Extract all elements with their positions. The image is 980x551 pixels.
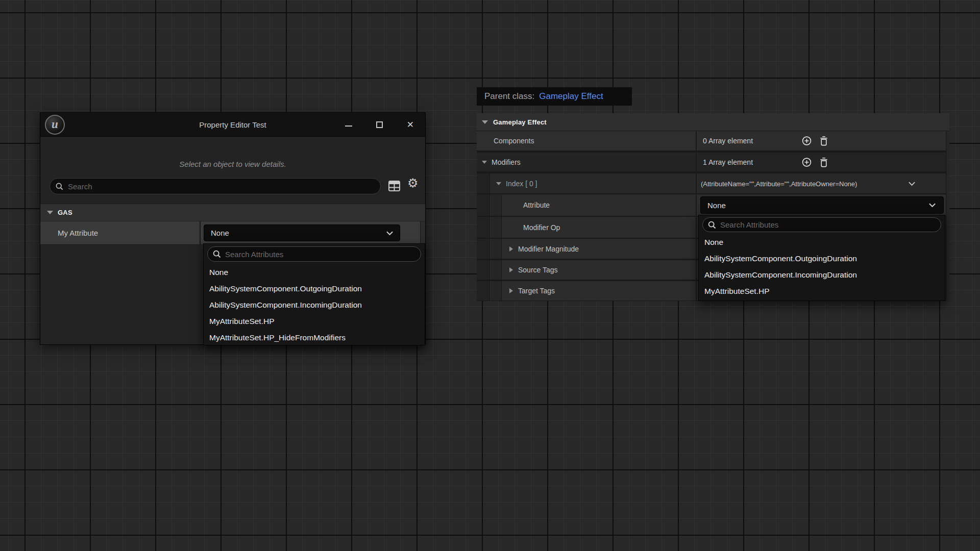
category-label: GAS <box>58 209 72 216</box>
indent-guide <box>491 281 502 300</box>
row-name: Modifier Op <box>523 223 560 232</box>
chevron-down-icon <box>386 231 394 236</box>
dropdown-item[interactable]: None <box>204 264 425 281</box>
row-modifiers: Modifiers 1 Array element <box>477 153 946 171</box>
attribute-search-input[interactable] <box>225 250 416 259</box>
indent-guide <box>477 173 490 193</box>
window-titlebar[interactable]: u Property Editor Test ✕ <box>40 113 425 137</box>
parent-class-link[interactable]: Gameplay Effect <box>539 91 603 102</box>
dropdown-item[interactable]: MyAttributeSet.HP <box>204 313 425 330</box>
row-extension-column <box>420 221 425 244</box>
parent-class-bar: Parent class: Gameplay Effect <box>477 87 632 106</box>
details-search-box[interactable] <box>50 178 381 194</box>
row-attribute: Attribute None <box>477 194 946 216</box>
chevron-down-icon <box>928 203 936 208</box>
row-name: Modifiers <box>492 158 521 166</box>
row-name: Modifier Magnitude <box>518 245 579 253</box>
attribute-picker-dropdown: None AbilitySystemComponent.OutgoingDura… <box>203 243 425 345</box>
add-element-button[interactable] <box>801 157 812 167</box>
chevron-down-icon[interactable] <box>908 181 916 186</box>
close-button[interactable]: ✕ <box>407 120 414 129</box>
dropdown-item[interactable]: AbilitySystemComponent.IncomingDuration <box>699 267 945 283</box>
array-count: 0 Array element <box>703 137 753 145</box>
delete-elements-button[interactable] <box>819 136 829 146</box>
attribute-picker-dropdown: None AbilitySystemComponent.OutgoingDura… <box>698 215 945 301</box>
dropdown-item[interactable]: AbilitySystemComponent.OutgoingDuration <box>204 281 425 297</box>
expand-arrow-icon[interactable] <box>509 288 513 293</box>
category-header-gameplay-effect[interactable]: Gameplay Effect <box>477 113 949 131</box>
settings-gear-icon[interactable]: ⚙ <box>407 177 419 189</box>
collapse-triangle-icon[interactable] <box>496 182 501 185</box>
indent-guide <box>477 194 490 216</box>
row-components: Components 0 Array element <box>477 131 946 151</box>
array-count: 1 Array element <box>703 158 753 166</box>
indent-guide <box>491 194 502 216</box>
indent-guide <box>477 260 490 280</box>
collapse-triangle-icon[interactable] <box>47 211 53 214</box>
indent-guide <box>477 239 490 259</box>
maximize-button[interactable] <box>376 121 383 128</box>
display-filter-icon[interactable] <box>388 180 401 192</box>
indent-guide <box>491 239 502 259</box>
row-name: Source Tags <box>518 266 558 274</box>
row-index-0: Index [ 0 ] (AttributeName="",Attribute=… <box>477 173 946 193</box>
indent-guide <box>477 217 490 238</box>
category-header-gas[interactable]: GAS <box>40 204 425 221</box>
attribute-search-input[interactable] <box>720 220 936 229</box>
property-name-label: My Attribute <box>58 229 98 237</box>
scrollbar-gutter[interactable] <box>946 131 949 301</box>
struct-preview: (AttributeName="",Attribute="",Attribute… <box>701 180 857 187</box>
minimize-button[interactable] <box>345 123 352 127</box>
search-input[interactable] <box>68 182 375 191</box>
blueprint-grid-canvas: u Property Editor Test ✕ Select an objec… <box>0 0 980 551</box>
delete-elements-button[interactable] <box>819 157 829 167</box>
dropdown-item[interactable]: MyAttributeSet.HP_HideFromModifiers <box>204 330 425 345</box>
indent-guide <box>491 260 502 280</box>
add-element-button[interactable] <box>801 136 812 146</box>
indent-guide <box>477 281 490 300</box>
search-icon <box>55 182 64 191</box>
row-name: Components <box>494 137 534 145</box>
collapse-triangle-icon[interactable] <box>482 161 487 164</box>
combobox-value: None <box>204 229 229 237</box>
row-name: Index [ 0 ] <box>506 180 537 188</box>
dropdown-item[interactable]: MyAttributeSet.HP <box>699 283 945 299</box>
attribute-search-box[interactable] <box>207 246 421 262</box>
property-row-my-attribute: My Attribute None <box>40 221 425 245</box>
property-name-cell: My Attribute <box>40 221 200 244</box>
category-label: Gameplay Effect <box>493 118 547 126</box>
minimize-icon <box>345 126 352 127</box>
expand-arrow-icon[interactable] <box>509 267 513 272</box>
row-name: Target Tags <box>518 287 555 295</box>
empty-details-hint: Select an object to view details. <box>40 160 425 168</box>
search-icon <box>707 220 717 230</box>
attribute-search-box[interactable] <box>702 217 941 232</box>
search-icon <box>212 249 222 259</box>
property-value-cell: None <box>201 221 420 244</box>
parent-class-label: Parent class: <box>484 91 534 102</box>
attribute-combobox[interactable]: None <box>700 196 944 214</box>
dropdown-item[interactable]: AbilitySystemComponent.OutgoingDuration <box>699 251 945 267</box>
combobox-value: None <box>701 201 726 210</box>
collapse-triangle-icon[interactable] <box>482 120 488 124</box>
expand-arrow-icon[interactable] <box>509 246 513 252</box>
dropdown-item[interactable]: AbilitySystemComponent.IncomingDuration <box>204 297 425 313</box>
indent-guide <box>491 217 502 238</box>
maximize-icon <box>376 121 383 128</box>
my-attribute-combobox[interactable]: None <box>204 224 400 241</box>
dropdown-item[interactable]: None <box>699 234 945 251</box>
row-name: Attribute <box>523 201 550 209</box>
